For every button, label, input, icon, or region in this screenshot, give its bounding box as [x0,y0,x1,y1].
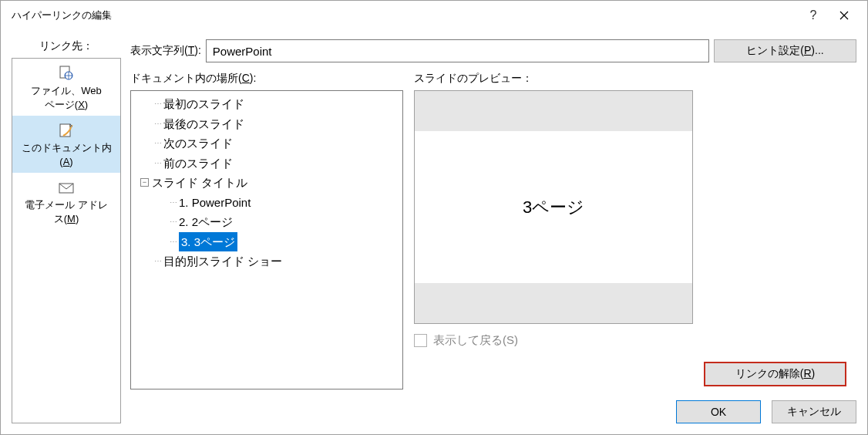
sidebar-item-this-document[interactable]: このドキュメント内(A) [12,116,120,173]
tree-collapse-icon[interactable]: − [140,178,149,187]
tree-item-slide-3[interactable]: ⋯3. 3ページ [136,232,398,252]
right-area: 表示文字列(T): ヒント設定(P)... ドキュメント内の場所(C): ⋯最初… [130,39,856,423]
tree-item-prev-slide[interactable]: ⋯前のスライド [136,153,398,174]
remove-link-button[interactable]: リンクの解除(R) [704,362,846,386]
sidebar-item-label: このドキュメント内(A) [14,141,119,168]
dialog-title: ハイパーリンクの編集 [12,8,798,22]
show-and-return-row: 表示して戻る(S) [414,333,693,348]
show-and-return-checkbox [414,334,427,347]
preview-letterbox-bottom [415,283,692,323]
location-tree[interactable]: ⋯最初のスライド ⋯最後のスライド ⋯次のスライド ⋯前のスライド −スライド … [130,90,403,389]
tree-item-slide-1[interactable]: ⋯1. PowerPoint [136,193,398,213]
tree-item-first-slide[interactable]: ⋯最初のスライド [136,94,398,114]
display-text-row: 表示文字列(T): ヒント設定(P)... [130,39,856,62]
display-text-input[interactable] [206,39,709,62]
screen-tip-button[interactable]: ヒント設定(P)... [714,39,856,62]
link-to-sidebar: ファイル、Webページ(X) このドキュメント内(A) [12,58,121,423]
sidebar-item-email[interactable]: 電子メール アドレス(M) [12,173,120,230]
left-panel: リンク先： ファイル、Webページ(X) [12,39,121,423]
tree-item-last-slide[interactable]: ⋯最後のスライド [136,114,398,134]
title-bar: ハイパーリンクの編集 ? [1,1,867,30]
cancel-button[interactable]: キャンセル [772,400,856,423]
sidebar-item-label: ファイル、Webページ(X) [14,84,119,111]
location-label: ドキュメント内の場所(C): [130,72,403,86]
sidebar-item-label: 電子メール アドレス(M) [14,198,119,225]
tree-item-next-slide[interactable]: ⋯次のスライド [136,133,398,153]
preview-letterbox-top [415,91,692,131]
tree-item-slide-2[interactable]: ⋯2. 2ページ [136,212,398,232]
file-web-icon [58,65,75,82]
slide-preview: 3ページ [414,90,693,324]
ok-button[interactable]: OK [676,400,761,423]
dialog-footer: OK キャンセル [130,400,856,423]
tree-item-custom-shows[interactable]: ⋯目的別スライド ショー [136,251,398,271]
document-place-icon [58,122,75,139]
link-to-label: リンク先： [12,39,121,53]
sidebar-item-file-web[interactable]: ファイル、Webページ(X) [12,59,120,116]
actions-column: リンクの解除(R) [704,72,846,389]
display-text-label: 表示文字列(T): [130,44,201,58]
preview-label: スライドのプレビュー： [414,72,693,86]
preview-column: スライドのプレビュー： 3ページ 表示して戻る(S) [414,72,693,389]
email-icon [58,179,75,196]
location-column: ドキュメント内の場所(C): ⋯最初のスライド ⋯最後のスライド ⋯次のスライド… [130,72,403,389]
help-icon[interactable]: ? [798,2,829,29]
tree-item-slide-titles[interactable]: −スライド タイトル [136,173,398,193]
close-icon[interactable] [829,2,860,29]
dialog-content: リンク先： ファイル、Webページ(X) [1,30,867,434]
main-row: ドキュメント内の場所(C): ⋯最初のスライド ⋯最後のスライド ⋯次のスライド… [130,72,856,389]
show-and-return-label: 表示して戻る(S) [433,333,518,348]
preview-slide-content: 3ページ [415,131,692,283]
edit-hyperlink-dialog: ハイパーリンクの編集 ? リンク先： ファイル、Webページ(X) [0,0,868,435]
